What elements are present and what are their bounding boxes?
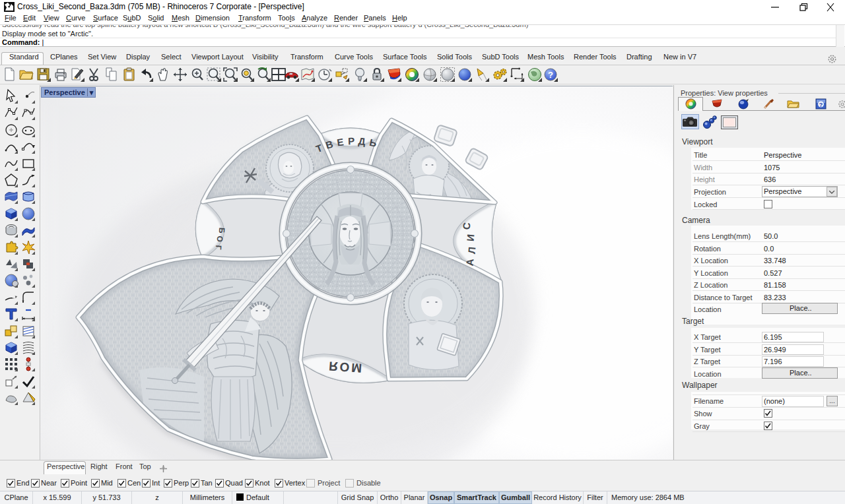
svg-text:Б: Б <box>217 227 227 234</box>
svg-text:С: С <box>461 222 473 230</box>
svg-text:О: О <box>215 236 225 242</box>
svg-text:А: А <box>464 258 476 266</box>
svg-text:?: ? <box>548 70 553 80</box>
svg-text:?: ? <box>819 102 823 108</box>
svg-text:Г: Г <box>214 245 223 250</box>
svg-text:Л: Л <box>466 247 478 255</box>
svg-text:МОЯ: МОЯ <box>326 359 362 375</box>
svg-text:И: И <box>465 234 477 241</box>
